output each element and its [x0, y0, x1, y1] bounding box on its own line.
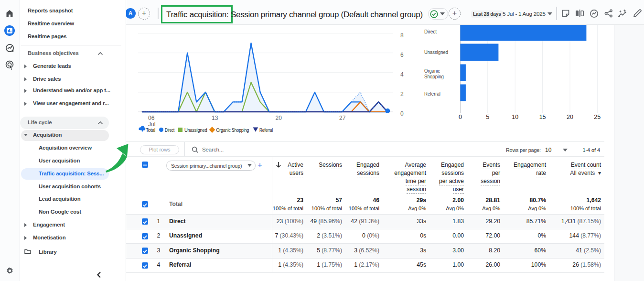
svg-text:13: 13 — [212, 115, 218, 121]
svg-text:Organic: Organic — [424, 68, 440, 74]
svg-text:0: 0 — [459, 114, 462, 120]
svg-text:25: 25 — [594, 114, 601, 120]
svg-text:Organic Shopping: Organic Shopping — [216, 127, 249, 133]
svg-text:06: 06 — [148, 115, 155, 121]
svg-text:Referral: Referral — [259, 127, 273, 133]
svg-text:20: 20 — [567, 114, 573, 120]
svg-text:Direct: Direct — [424, 29, 437, 34]
svg-text:2: 2 — [400, 91, 404, 97]
svg-text:8: 8 — [400, 32, 404, 39]
svg-text:Referral: Referral — [424, 91, 440, 97]
svg-text:5: 5 — [486, 114, 489, 120]
svg-text:15: 15 — [539, 114, 546, 120]
svg-text:Total: Total — [146, 127, 155, 133]
svg-text:Unassigned: Unassigned — [424, 49, 448, 55]
svg-text:Direct: Direct — [165, 127, 174, 133]
svg-text:20: 20 — [276, 115, 282, 121]
svg-text:0: 0 — [400, 110, 404, 117]
svg-text:Shopping: Shopping — [424, 74, 444, 79]
svg-text:Jul: Jul — [148, 121, 155, 128]
svg-text:4: 4 — [400, 71, 404, 78]
svg-text:10: 10 — [512, 114, 518, 120]
svg-text:27: 27 — [339, 115, 346, 121]
svg-text:Unassigned: Unassigned — [184, 127, 207, 133]
svg-text:6: 6 — [400, 52, 404, 58]
